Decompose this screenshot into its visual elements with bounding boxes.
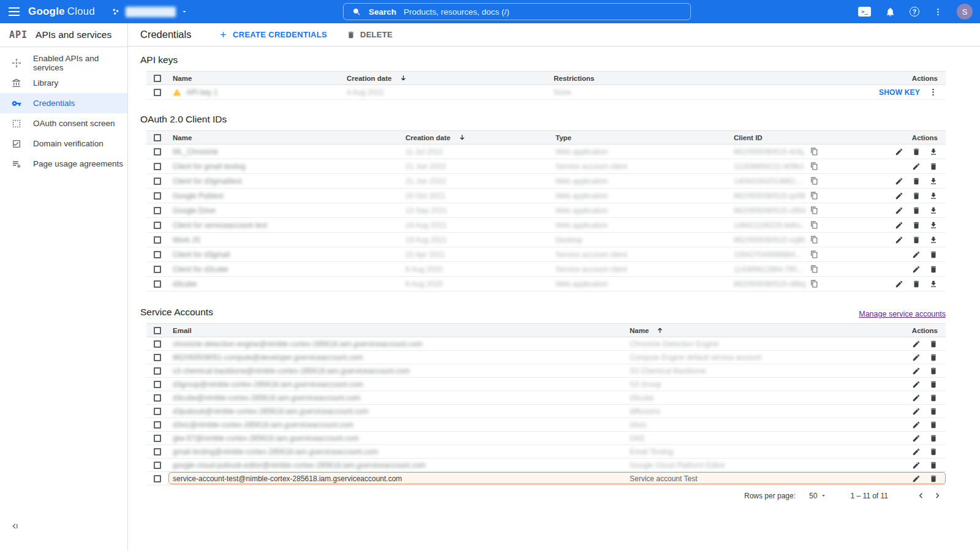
edit-icon[interactable] — [895, 177, 903, 186]
row-checkbox[interactable] — [154, 340, 161, 348]
row-checkbox[interactable] — [154, 192, 161, 200]
row-checkbox[interactable] — [154, 475, 161, 482]
delete-icon[interactable] — [912, 236, 921, 244]
sidebar-item-page-usage-agreements[interactable]: Page usage agreements — [0, 154, 127, 174]
edit-icon[interactable] — [895, 280, 903, 288]
manage-service-accounts-link[interactable]: Manage service accounts — [859, 310, 946, 318]
row-checkbox[interactable] — [154, 280, 161, 288]
download-icon[interactable] — [929, 206, 938, 215]
delete-icon[interactable] — [929, 353, 938, 362]
delete-icon[interactable] — [929, 380, 938, 389]
delete-icon[interactable] — [929, 434, 938, 443]
delete-icon[interactable] — [912, 280, 921, 288]
download-icon[interactable] — [929, 192, 938, 200]
select-all-checkbox[interactable] — [154, 75, 161, 82]
delete-icon[interactable] — [929, 407, 938, 416]
row-checkbox[interactable] — [154, 148, 161, 156]
row-checkbox[interactable] — [154, 354, 161, 361]
previous-page-icon[interactable] — [913, 491, 929, 500]
row-checkbox[interactable] — [154, 448, 161, 455]
download-icon[interactable] — [929, 177, 938, 186]
delete-icon[interactable] — [912, 192, 921, 200]
sidebar-item-oauth-consent-screen[interactable]: OAuth consent screen — [0, 113, 127, 133]
menu-icon[interactable] — [0, 0, 28, 23]
notifications-bell-icon[interactable] — [885, 7, 895, 17]
delete-icon[interactable] — [929, 461, 938, 470]
row-checkbox[interactable] — [154, 251, 161, 258]
avatar[interactable]: S — [957, 4, 973, 20]
delete-icon[interactable] — [929, 421, 938, 429]
edit-icon[interactable] — [895, 148, 903, 156]
copy-icon[interactable] — [810, 177, 818, 185]
sidebar-item-library[interactable]: Library — [0, 73, 127, 93]
row-checkbox[interactable] — [154, 89, 161, 96]
row-checkbox[interactable] — [154, 222, 161, 229]
show-key-button[interactable]: SHOW KEY — [879, 88, 920, 97]
download-icon[interactable] — [929, 148, 938, 156]
edit-icon[interactable] — [912, 421, 921, 429]
copy-icon[interactable] — [810, 162, 818, 170]
edit-icon[interactable] — [912, 407, 921, 416]
delete-icon[interactable] — [929, 367, 938, 375]
copy-icon[interactable] — [810, 148, 818, 156]
row-checkbox[interactable] — [154, 266, 161, 273]
download-icon[interactable] — [929, 221, 938, 230]
delete-icon[interactable] — [912, 221, 921, 230]
edit-icon[interactable] — [912, 162, 921, 171]
edit-icon[interactable] — [912, 434, 921, 443]
edit-icon[interactable] — [912, 250, 921, 259]
delete-icon[interactable] — [929, 394, 938, 402]
sidebar-item-enabled-apis-and-services[interactable]: Enabled APIs and services — [0, 53, 127, 73]
row-checkbox[interactable] — [154, 394, 161, 402]
copy-icon[interactable] — [810, 250, 818, 258]
sidebar-item-domain-verification[interactable]: Domain verification — [0, 133, 127, 154]
delete-button[interactable]: DELETE — [347, 30, 393, 39]
download-icon[interactable] — [929, 236, 938, 244]
next-page-icon[interactable] — [929, 491, 946, 500]
search-input[interactable]: Search Products, resources, docs (/) — [343, 3, 691, 20]
copy-icon[interactable] — [810, 265, 818, 273]
select-all-checkbox[interactable] — [154, 134, 161, 141]
row-checkbox[interactable] — [154, 367, 161, 375]
edit-icon[interactable] — [895, 236, 903, 244]
edit-icon[interactable] — [912, 353, 921, 362]
edit-icon[interactable] — [912, 394, 921, 402]
delete-icon[interactable] — [929, 250, 938, 259]
delete-icon[interactable] — [929, 340, 938, 348]
row-checkbox[interactable] — [154, 421, 161, 429]
edit-icon[interactable] — [895, 206, 903, 215]
edit-icon[interactable] — [912, 265, 921, 274]
copy-icon[interactable] — [810, 221, 818, 229]
copy-icon[interactable] — [810, 192, 818, 200]
edit-icon[interactable] — [912, 448, 921, 456]
row-checkbox[interactable] — [154, 236, 161, 244]
edit-icon[interactable] — [912, 380, 921, 389]
collapse-sidebar-icon[interactable] — [11, 522, 19, 533]
delete-icon[interactable] — [929, 474, 938, 483]
row-checkbox[interactable] — [154, 163, 161, 170]
delete-icon[interactable] — [929, 265, 938, 274]
delete-icon[interactable] — [912, 206, 921, 215]
help-icon[interactable]: ? — [910, 7, 919, 17]
google-cloud-logo[interactable]: GoogleCloud — [28, 6, 95, 18]
edit-icon[interactable] — [912, 367, 921, 375]
rows-per-page-select[interactable]: 50 — [809, 492, 827, 500]
sidebar-item-credentials[interactable]: Credentials — [0, 93, 127, 113]
delete-icon[interactable] — [929, 448, 938, 456]
edit-icon[interactable] — [912, 340, 921, 348]
row-checkbox[interactable] — [154, 408, 161, 415]
create-credentials-button[interactable]: CREATE CREDENTIALS — [219, 30, 327, 39]
row-checkbox[interactable] — [154, 178, 161, 185]
copy-icon[interactable] — [810, 280, 818, 288]
edit-icon[interactable] — [895, 221, 903, 230]
copy-icon[interactable] — [810, 236, 818, 244]
row-checkbox[interactable] — [154, 462, 161, 469]
row-checkbox[interactable] — [154, 381, 161, 388]
cloud-shell-icon[interactable]: >_ — [858, 7, 871, 17]
delete-icon[interactable] — [912, 148, 921, 156]
more-options-kebab-icon[interactable] — [933, 7, 943, 17]
col-name[interactable]: Name — [625, 326, 894, 334]
row-checkbox[interactable] — [154, 207, 161, 214]
select-all-checkbox[interactable] — [154, 327, 161, 334]
row-kebab-icon[interactable] — [929, 88, 938, 97]
